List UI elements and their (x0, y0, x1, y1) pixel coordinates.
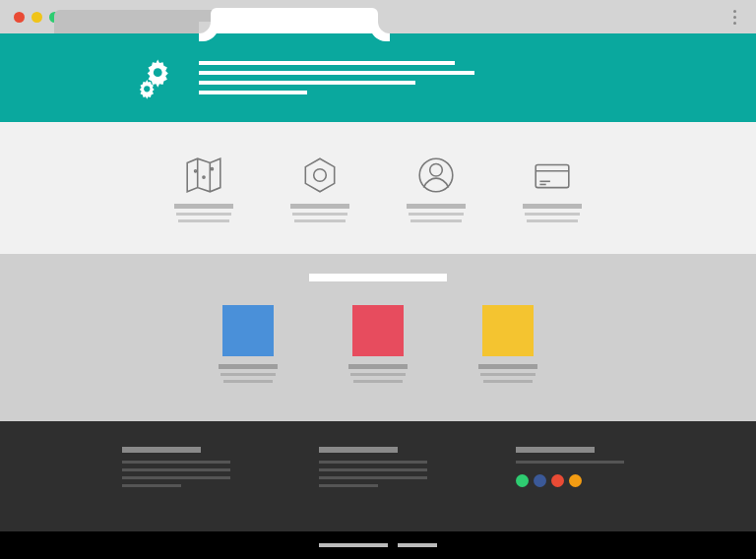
social-icon[interactable] (551, 474, 564, 487)
social-icon[interactable] (569, 474, 582, 487)
feature-label (523, 204, 582, 222)
social-icon[interactable] (534, 474, 546, 487)
feature-label (174, 204, 233, 222)
social-icons (516, 474, 634, 487)
svg-point-1 (144, 86, 150, 92)
kebab-menu-icon[interactable] (733, 10, 736, 25)
svg-point-5 (314, 168, 327, 181)
gallery-section (0, 254, 756, 421)
svg-point-3 (203, 176, 205, 178)
feature-payment[interactable] (523, 155, 582, 222)
svg-point-0 (154, 68, 162, 77)
footer (0, 421, 756, 531)
card-label (348, 364, 408, 383)
thumbnail (482, 305, 534, 356)
card-label (478, 364, 537, 383)
feature-label (290, 204, 349, 222)
browser-tab-inactive[interactable] (54, 10, 221, 33)
browser-chrome (0, 0, 756, 33)
minimize-icon[interactable] (32, 12, 42, 23)
hero-text (199, 61, 474, 94)
bottom-bar (0, 531, 756, 559)
svg-point-7 (430, 163, 443, 176)
close-icon[interactable] (14, 12, 25, 23)
social-icon[interactable] (516, 474, 529, 487)
thumbnail (352, 305, 404, 356)
browser-tab-active[interactable] (211, 8, 378, 33)
footer-col-1 (122, 447, 240, 531)
map-icon (183, 155, 224, 196)
card-row (219, 305, 537, 383)
card-icon (532, 155, 573, 196)
gallery-title (309, 274, 447, 281)
card-yellow[interactable] (478, 305, 537, 383)
feature-map[interactable] (174, 155, 233, 222)
card-label (219, 364, 278, 383)
svg-point-4 (211, 167, 213, 169)
footer-col-2 (319, 447, 437, 531)
svg-point-2 (195, 169, 197, 171)
hexnut-icon (299, 155, 341, 196)
thumbnail (222, 305, 274, 356)
feature-settings[interactable] (290, 155, 349, 222)
gears-icon (138, 56, 181, 99)
window-controls (14, 12, 60, 23)
user-icon (415, 155, 457, 196)
card-blue[interactable] (219, 305, 278, 383)
hero-banner (0, 33, 756, 122)
feature-profile[interactable] (407, 155, 466, 222)
feature-label (407, 204, 466, 222)
footer-col-3 (516, 447, 634, 531)
features-row (0, 122, 756, 254)
card-red[interactable] (348, 305, 408, 383)
